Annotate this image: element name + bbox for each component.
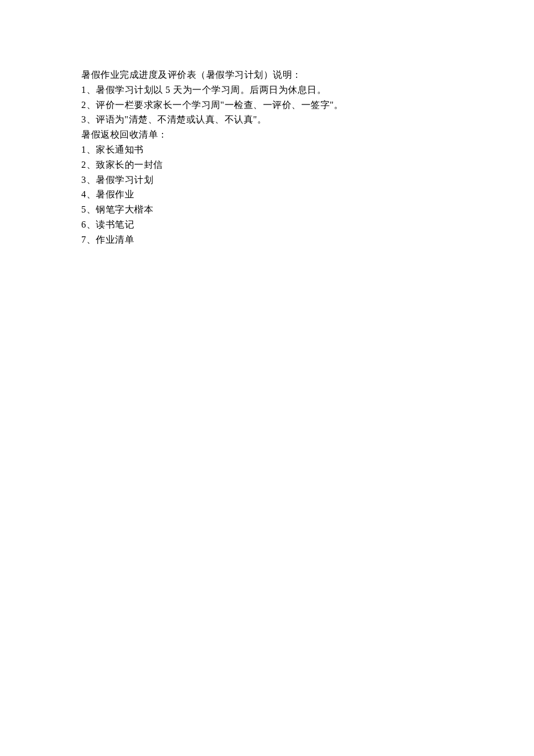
checklist-item: 2、致家长的一封信 xyxy=(81,158,453,172)
checklist-item: 7、作业清单 xyxy=(81,233,453,247)
checklist-item: 4、暑假作业 xyxy=(81,188,453,202)
checklist-item: 6、读书笔记 xyxy=(81,218,453,232)
instruction-line: 1、暑假学习计划以 5 天为一个学习周。后两日为休息日。 xyxy=(81,83,453,98)
document-content: 暑假作业完成进度及评价表（暑假学习计划）说明： 1、暑假学习计划以 5 天为一个… xyxy=(81,68,453,247)
checklist-item: 1、家长通知书 xyxy=(81,143,453,157)
instruction-line: 3、评语为"清楚、不清楚或认真、不认真"。 xyxy=(81,113,453,127)
document-title: 暑假作业完成进度及评价表（暑假学习计划）说明： xyxy=(81,68,453,82)
checklist-title: 暑假返校回收清单： xyxy=(81,128,453,142)
checklist-item: 3、暑假学习计划 xyxy=(81,173,453,188)
checklist-item: 5、钢笔字大楷本 xyxy=(81,203,453,217)
instruction-line: 2、评价一栏要求家长一个学习周"一检查、一评价、一签字"。 xyxy=(81,98,453,113)
